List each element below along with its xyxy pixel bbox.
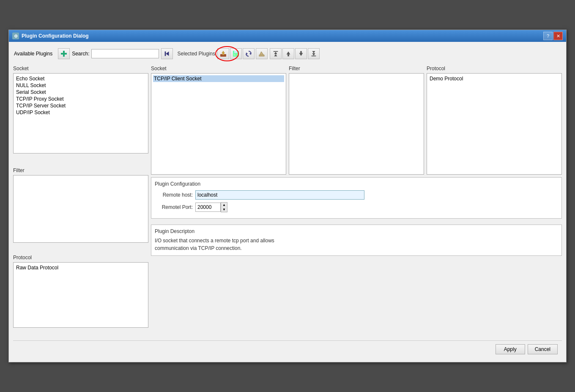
remote-port-spinner: ▲ ▼ [195, 202, 227, 212]
spinner-down-button[interactable]: ▼ [221, 207, 227, 212]
plugin-description-section: Plugin Descripton I/O socket that connec… [151, 225, 562, 256]
window-icon: ⚙ [12, 33, 19, 39]
list-item[interactable]: NULL Socket [15, 82, 146, 89]
save-icon [232, 50, 240, 58]
title-bar: ⚙ Plugin Configuration Dialog ? ✕ [9, 30, 566, 42]
move-top-button[interactable] [270, 48, 282, 59]
move-down-button[interactable] [295, 48, 307, 59]
list-item[interactable]: TCP/IP Proxy Socket [15, 96, 146, 102]
left-panel: Socket Echo Socket NULL Socket Serial So… [13, 66, 148, 337]
refresh-button[interactable] [243, 48, 255, 59]
remote-host-input[interactable] [195, 190, 364, 200]
svg-rect-6 [222, 53, 224, 55]
right-protocol-panel: Protocol Demo Protocol [427, 66, 562, 175]
highlighted-toolbar-buttons [217, 48, 255, 60]
available-plugins-section: Available Plugins Search: [14, 48, 173, 60]
list-item[interactable]: Demo Protocol [429, 75, 560, 82]
list-item[interactable]: UDP/IP Socket [15, 109, 146, 116]
left-socket-group: Socket Echo Socket NULL Socket Serial So… [13, 66, 148, 165]
list-item[interactable]: Raw Data Protocol [15, 264, 146, 271]
left-socket-listbox[interactable]: Echo Socket NULL Socket Serial Socket TC… [13, 73, 148, 154]
right-filter-listbox[interactable] [289, 73, 424, 175]
refresh-icon [245, 50, 252, 58]
columns-area: Socket Echo Socket NULL Socket Serial So… [13, 66, 562, 337]
remote-port-input[interactable] [195, 203, 221, 212]
plugin-description-title: Plugin Descripton [155, 228, 558, 234]
close-button[interactable]: ✕ [553, 32, 563, 40]
selected-panels-row: Socket TCP/IP Client Socket Filter Proto… [151, 66, 562, 175]
svg-marker-12 [246, 52, 248, 55]
svg-rect-22 [312, 55, 316, 56]
left-filter-listbox[interactable] [13, 175, 148, 243]
erase-icon [258, 50, 266, 58]
left-protocol-listbox[interactable]: Raw Data Protocol [13, 262, 148, 328]
load-icon [219, 50, 227, 58]
move-down-icon [298, 50, 304, 57]
svg-marker-5 [222, 51, 225, 53]
svg-rect-21 [300, 51, 302, 53]
move-bottom-button[interactable] [308, 48, 320, 59]
available-plugins-label: Available Plugins [14, 51, 52, 57]
cancel-button[interactable]: Cancel [528, 344, 558, 354]
search-input[interactable] [91, 49, 159, 58]
plugin-description-text: I/O socket that connects a remote tcp po… [155, 237, 558, 252]
search-label: Search: [72, 51, 89, 57]
remote-host-label: Remote host: [155, 192, 193, 198]
move-up-icon [285, 50, 292, 57]
left-filter-title: Filter [13, 167, 148, 173]
add-plugin-button[interactable] [58, 48, 70, 59]
left-filter-group: Filter [13, 167, 148, 252]
right-protocol-listbox[interactable]: Demo Protocol [427, 73, 562, 175]
save-button[interactable] [230, 48, 242, 59]
remote-host-row: Remote host: [155, 190, 558, 200]
main-content: Available Plugins Search: Selected Pl [9, 42, 566, 362]
erase-button[interactable] [256, 48, 268, 59]
list-item[interactable]: TCP/IP Client Socket [153, 75, 284, 82]
spinner-buttons: ▲ ▼ [221, 202, 227, 212]
main-window: ⚙ Plugin Configuration Dialog ? ✕ Availa… [8, 30, 567, 362]
title-bar-buttons: ? ✕ [543, 32, 563, 40]
move-bottom-icon [310, 50, 317, 57]
left-protocol-group: Protocol Raw Data Protocol [13, 255, 148, 337]
window-title: Plugin Configuration Dialog [22, 33, 89, 39]
svg-marker-23 [312, 53, 315, 55]
right-filter-title: Filter [289, 66, 424, 71]
bottom-bar: Apply Cancel [13, 340, 562, 358]
apply-button[interactable]: Apply [496, 344, 525, 354]
right-socket-panel: Socket TCP/IP Client Socket [151, 66, 286, 175]
svg-rect-19 [288, 55, 289, 56]
list-item[interactable]: TCP/IP Server Socket [15, 102, 146, 109]
move-top-icon [272, 50, 279, 57]
back-icon [164, 50, 170, 57]
svg-marker-24 [312, 51, 315, 53]
back-button[interactable] [161, 48, 173, 59]
left-protocol-title: Protocol [13, 255, 148, 260]
svg-rect-14 [259, 55, 264, 56]
svg-rect-1 [61, 53, 67, 55]
svg-marker-11 [249, 52, 251, 55]
svg-marker-2 [166, 52, 169, 56]
left-socket-title: Socket [13, 66, 148, 71]
move-up-button[interactable] [282, 48, 294, 59]
remote-port-row: Remotel Port: ▲ ▼ [155, 202, 558, 212]
right-filter-panel: Filter [289, 66, 424, 175]
right-socket-listbox[interactable]: TCP/IP Client Socket [151, 73, 286, 175]
help-button[interactable]: ? [543, 32, 553, 40]
right-protocol-title: Protocol [427, 66, 562, 71]
right-socket-title: Socket [151, 66, 286, 71]
load-button[interactable] [217, 48, 229, 59]
plugin-config-title: Plugin Configuration [155, 181, 558, 187]
svg-rect-10 [235, 54, 237, 55]
list-item[interactable]: Echo Socket [15, 75, 146, 82]
spinner-up-button[interactable]: ▲ [221, 203, 227, 207]
title-bar-left: ⚙ Plugin Configuration Dialog [12, 33, 89, 39]
svg-rect-3 [164, 52, 166, 56]
svg-rect-8 [234, 51, 238, 53]
plus-icon [60, 50, 68, 58]
plugin-config-section: Plugin Configuration Remote host: Remote… [151, 177, 562, 219]
list-item[interactable]: Serial Socket [15, 89, 146, 96]
svg-marker-16 [274, 52, 277, 54]
svg-rect-15 [274, 51, 278, 52]
svg-marker-20 [299, 53, 303, 56]
toolbar-area: Available Plugins Search: Selected Pl [13, 46, 562, 61]
